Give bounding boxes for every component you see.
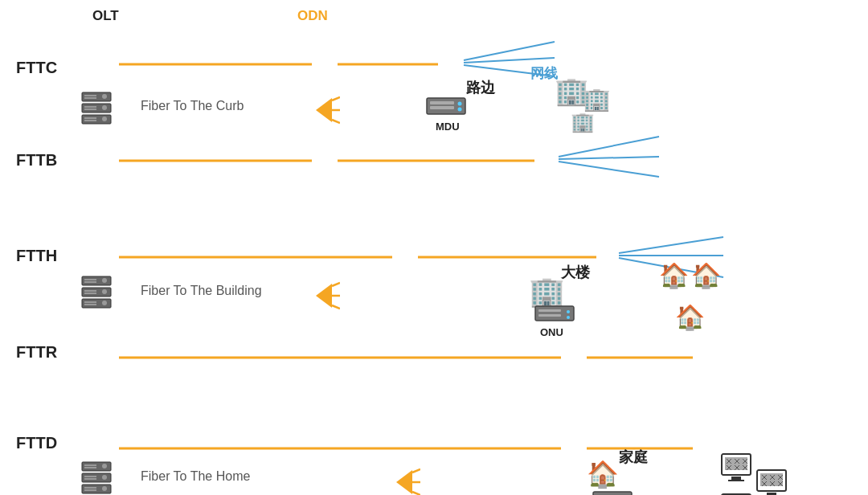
svg-rect-36 (430, 101, 454, 104)
svg-marker-31 (316, 98, 332, 122)
svg-point-38 (458, 102, 462, 106)
ftth-splitter (390, 466, 420, 495)
svg-rect-58 (538, 314, 561, 317)
fttb-house2: 🏠 (691, 261, 721, 289)
svg-line-34 (332, 120, 340, 123)
fttc-fiber-text: Fiber To The Curb (141, 99, 244, 113)
svg-rect-37 (430, 106, 454, 109)
ftth-ont-device (592, 489, 633, 495)
fttc-splitter (309, 94, 340, 129)
svg-marker-52 (316, 284, 332, 308)
olt-header-label: OLT (92, 8, 119, 24)
ftth-device2 (755, 468, 788, 495)
ftth-home-icon: 🏠 (587, 459, 619, 489)
fttb-onu-device (534, 304, 575, 327)
svg-point-26 (102, 105, 107, 110)
ftth-fiber-text: Fiber To The Home (141, 469, 250, 484)
svg-point-22 (102, 94, 107, 99)
fttc-olt-icon (80, 91, 113, 134)
fttb-house3: 🏠 (675, 303, 705, 331)
fttc-building3: 🏢 (571, 111, 595, 133)
fttb-house1: 🏠 (659, 261, 689, 289)
ftth-end-label: 家庭 (619, 448, 648, 467)
fttc-building2: 🏢 (583, 86, 611, 112)
svg-point-72 (102, 486, 107, 491)
odn-header-label: ODN (297, 8, 328, 24)
svg-point-68 (102, 475, 107, 480)
svg-line-32 (332, 97, 340, 100)
ftth-olt-icon (80, 460, 113, 495)
fttc-end-label: 路边 (466, 78, 495, 97)
svg-point-59 (567, 310, 570, 313)
lines-svg (0, 0, 868, 495)
fttc-mdu-icon (426, 94, 466, 121)
svg-line-7 (559, 137, 659, 157)
ftth-label: FTTH (16, 247, 57, 265)
fttd-label: FTTD (16, 434, 57, 452)
svg-rect-85 (728, 480, 744, 481)
svg-line-2 (464, 42, 555, 60)
svg-marker-73 (396, 470, 412, 494)
svg-line-8 (559, 157, 659, 159)
diagram-container: OLT ODN FTTC Fiber To The Curb (0, 0, 868, 495)
svg-point-60 (567, 316, 570, 319)
svg-rect-77 (593, 492, 632, 495)
fttb-label: FTTB (16, 151, 57, 170)
svg-rect-84 (731, 477, 741, 480)
fttb-end-label: 大楼 (561, 263, 590, 282)
svg-rect-57 (538, 309, 561, 312)
svg-line-9 (559, 162, 659, 177)
fttb-onu-label: ONU (540, 326, 563, 338)
svg-point-39 (458, 108, 462, 112)
svg-line-53 (332, 283, 340, 286)
fttc-mdu-label: MDU (436, 121, 460, 133)
fttb-splitter (309, 280, 340, 315)
svg-line-74 (412, 469, 420, 472)
fttc-label: FTTC (16, 59, 57, 77)
fttb-olt-icon (80, 275, 113, 318)
fttb-fiber-text: Fiber To The Building (141, 284, 262, 298)
svg-line-55 (332, 305, 340, 309)
svg-point-47 (102, 289, 107, 294)
ftth-device1 (720, 452, 752, 488)
svg-point-51 (102, 301, 107, 305)
svg-point-64 (102, 464, 107, 468)
fttr-label: FTTR (16, 343, 57, 362)
svg-point-43 (102, 278, 107, 283)
svg-line-12 (619, 237, 723, 253)
fttc-wangxian-label: 网线 (530, 64, 558, 83)
svg-point-30 (102, 117, 107, 121)
svg-line-3 (464, 58, 555, 63)
svg-line-76 (412, 492, 420, 495)
